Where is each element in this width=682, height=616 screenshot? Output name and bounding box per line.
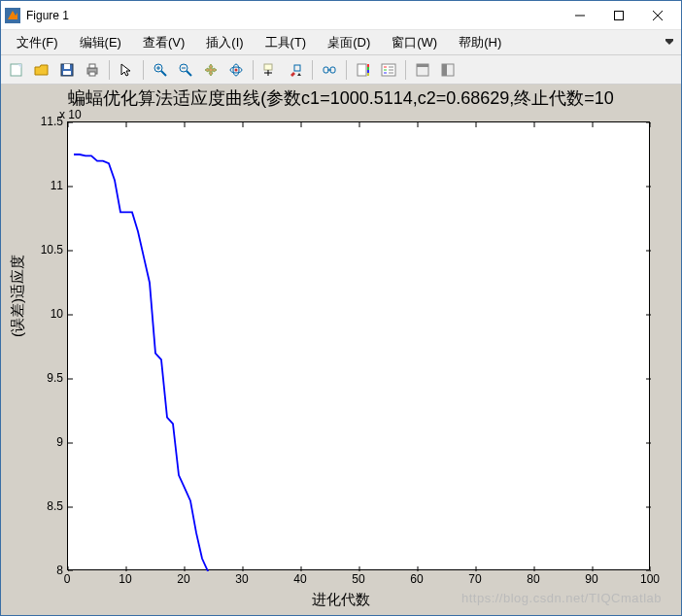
tb-pan[interactable] — [199, 58, 222, 82]
tb-zoom-out[interactable] — [174, 58, 197, 82]
figure-canvas[interactable]: 蝙蝠优化算法适应度曲线(参数c1=1000.5114,c2=0.68629,终止… — [1, 85, 681, 615]
menu-view-label: 查看(V) — [143, 35, 185, 50]
zoom-out-icon — [178, 62, 193, 78]
tb-dock-figure[interactable] — [436, 58, 460, 82]
tb-save[interactable] — [55, 58, 79, 82]
y-tick-label: 9.5 — [34, 371, 63, 385]
menu-overflow-icon[interactable] — [664, 36, 675, 48]
toolbar-separator — [312, 60, 313, 80]
tb-hide-tools[interactable] — [411, 58, 434, 82]
x-tick-label: 20 — [170, 572, 197, 586]
menu-insert-label: 插入(I) — [206, 35, 243, 50]
svg-line-17 — [187, 71, 191, 76]
svg-point-21 — [235, 68, 238, 71]
toolbar-separator — [143, 60, 144, 80]
dock-icon — [440, 62, 456, 78]
x-axis-label: 进化代数 — [1, 591, 681, 609]
x-tick-label: 10 — [112, 572, 139, 586]
open-icon — [34, 62, 50, 78]
minimize-button[interactable] — [561, 2, 599, 29]
close-button[interactable] — [638, 2, 677, 29]
line-plot — [68, 122, 651, 571]
hide-tools-icon — [415, 62, 430, 78]
x-tick-label: 70 — [461, 572, 489, 586]
y-tick-label: 11 — [34, 179, 63, 192]
svg-rect-42 — [417, 64, 428, 67]
menu-help[interactable]: 帮助(H) — [449, 32, 511, 53]
tb-link-plots[interactable] — [318, 58, 341, 82]
x-tick-label: 90 — [578, 572, 605, 586]
menu-edit-label: 编辑(E) — [80, 35, 121, 50]
y-tick-label: 11.5 — [34, 115, 63, 128]
x-tick-label: 0 — [53, 572, 81, 586]
new-figure-icon — [9, 62, 24, 78]
close-icon — [653, 11, 663, 20]
toolbar-separator — [346, 60, 347, 80]
toolbar-separator — [253, 60, 254, 80]
tb-data-cursor[interactable] — [258, 58, 282, 82]
svg-rect-2 — [615, 11, 624, 19]
matlab-icon — [5, 8, 20, 23]
menu-tools[interactable]: 工具(T) — [256, 32, 317, 53]
chart-title: 蝙蝠优化算法适应度曲线(参数c1=1000.5114,c2=0.68629,终止… — [1, 86, 681, 110]
toolbar-separator — [109, 60, 110, 80]
tb-insert-legend[interactable] — [377, 58, 400, 82]
x-tick-label: 100 — [636, 572, 664, 586]
plot-axes[interactable] — [67, 121, 650, 570]
svg-rect-44 — [442, 64, 447, 76]
minimize-icon — [575, 11, 585, 20]
y-tick-label: 8.5 — [34, 499, 63, 513]
svg-rect-22 — [264, 64, 272, 70]
pointer-icon — [119, 62, 134, 78]
y-axis-label: (误差)适应度 — [9, 255, 27, 337]
tb-rotate[interactable] — [224, 58, 248, 82]
tb-new-figure[interactable] — [5, 58, 28, 82]
menu-edit[interactable]: 编辑(E) — [70, 32, 131, 53]
menu-file[interactable]: 文件(F) — [7, 32, 68, 53]
tb-insert-colorbar[interactable] — [352, 58, 375, 82]
svg-rect-25 — [294, 65, 300, 71]
menu-view[interactable]: 查看(V) — [133, 32, 194, 53]
svg-rect-10 — [89, 64, 95, 68]
brush-icon — [288, 62, 303, 78]
y-tick-label: 10.5 — [34, 243, 63, 257]
legend-icon — [381, 62, 396, 78]
tb-edit-plot[interactable] — [115, 58, 138, 82]
menu-insert[interactable]: 插入(I) — [196, 32, 253, 53]
menu-tools-label: 工具(T) — [265, 35, 307, 50]
colorbar-icon — [356, 62, 371, 78]
svg-rect-31 — [367, 67, 369, 70]
svg-rect-32 — [367, 70, 369, 73]
zoom-in-icon — [153, 62, 168, 78]
menu-desktop[interactable]: 桌面(D) — [318, 32, 380, 53]
save-icon — [59, 62, 75, 78]
maximize-button[interactable] — [599, 2, 638, 29]
x-tick-label: 80 — [520, 572, 547, 586]
menubar: 文件(F) 编辑(E) 查看(V) 插入(I) 工具(T) 桌面(D) 窗口(W… — [1, 30, 681, 55]
link-icon — [322, 62, 337, 78]
menu-help-label: 帮助(H) — [459, 35, 501, 50]
x-tick-label: 40 — [287, 572, 314, 586]
svg-rect-8 — [63, 71, 71, 75]
tb-open[interactable] — [30, 58, 53, 82]
tb-zoom-in[interactable] — [149, 58, 172, 82]
print-icon — [85, 62, 100, 78]
pan-icon — [203, 62, 219, 78]
toolbar — [1, 55, 681, 85]
svg-rect-29 — [358, 64, 366, 76]
svg-line-13 — [161, 71, 166, 76]
y-tick-label: 10 — [34, 307, 63, 321]
svg-rect-7 — [64, 64, 70, 69]
maximize-icon — [614, 11, 624, 20]
tb-brush[interactable] — [284, 58, 307, 82]
x-tick-label: 50 — [345, 572, 372, 586]
data-cursor-icon — [262, 62, 278, 78]
menu-window-label: 窗口(W) — [392, 35, 437, 50]
window-titlebar: Figure 1 — [1, 1, 681, 30]
tb-print[interactable] — [81, 58, 104, 82]
x-tick-label: 30 — [228, 572, 256, 586]
svg-rect-11 — [89, 72, 95, 76]
y-tick-label: 9 — [34, 435, 63, 449]
x-tick-label: 60 — [403, 572, 430, 586]
menu-window[interactable]: 窗口(W) — [382, 32, 447, 53]
